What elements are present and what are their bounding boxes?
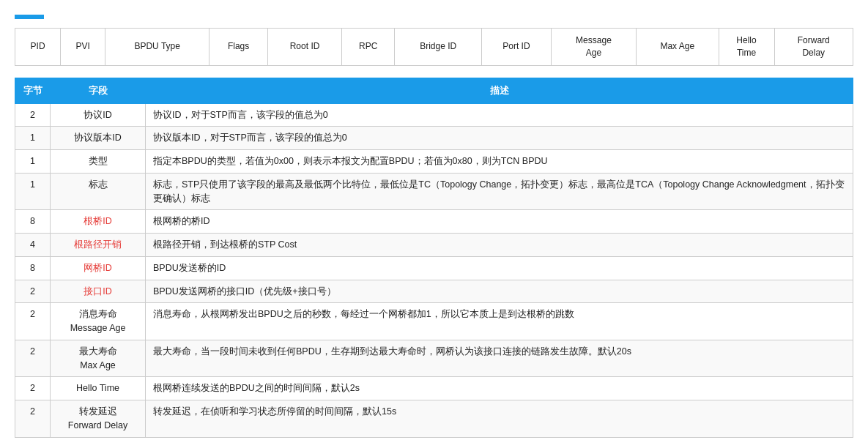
cell-desc-4: 根网桥的桥ID: [146, 210, 853, 234]
cell-field-10: Hello Time: [51, 377, 146, 400]
cell-byte-11: 2: [15, 400, 51, 438]
table-row: 4根路径开销根路径开销，到达根桥的STP Cost: [15, 234, 853, 257]
bpdu-col-8: MessageAge: [551, 29, 636, 66]
table-row: 2协议ID协议ID，对于STP而言，该字段的值总为0: [15, 103, 853, 127]
description-table: 字节字段描述 2协议ID协议ID，对于STP而言，该字段的值总为01协议版本ID…: [15, 78, 853, 438]
cell-desc-10: 根网桥连续发送的BPDU之间的时间间隔，默认2s: [146, 377, 853, 400]
cell-desc-6: BPDU发送桥的ID: [146, 256, 853, 280]
cell-desc-9: 最大寿命，当一段时间未收到任何BPDU，生存期到达最大寿命时，网桥认为该接口连接…: [146, 340, 853, 377]
desc-header-2: 描述: [146, 78, 853, 103]
bpdu-col-0: PID: [15, 29, 61, 66]
cell-byte-4: 8: [15, 210, 51, 234]
cell-field-4: 根桥ID: [51, 210, 146, 234]
cell-desc-1: 协议版本ID，对于STP而言，该字段的值总为0: [146, 127, 853, 150]
cell-field-7: 接口ID: [51, 280, 146, 303]
cell-desc-3: 标志，STP只使用了该字段的最高及最低两个比特位，最低位是TC（Topology…: [146, 173, 853, 210]
cell-byte-5: 4: [15, 234, 51, 257]
cell-field-5: 根路径开销: [51, 234, 146, 257]
bpdu-col-1: PVI: [61, 29, 105, 66]
cell-byte-1: 1: [15, 127, 51, 150]
table-row: 2转发延迟Forward Delay转发延迟，在侦听和学习状态所停留的时间间隔，…: [15, 400, 853, 438]
cell-byte-9: 2: [15, 340, 51, 377]
bpdu-col-11: ForwardDelay: [774, 29, 853, 66]
cell-desc-8: 消息寿命，从根网桥发出BPDU之后的秒数，每经过一个网桥都加1，所以它本质上是到…: [146, 303, 853, 340]
table-row: 1标志标志，STP只使用了该字段的最高及最低两个比特位，最低位是TC（Topol…: [15, 173, 853, 210]
desc-header-1: 字段: [51, 78, 146, 103]
cell-byte-2: 1: [15, 150, 51, 174]
table-row: 8网桥IDBPDU发送桥的ID: [15, 256, 853, 280]
cell-field-3: 标志: [51, 173, 146, 210]
bpdu-col-10: HelloTime: [719, 29, 774, 66]
table-row: 2消息寿命Message Age消息寿命，从根网桥发出BPDU之后的秒数，每经过…: [15, 303, 853, 340]
cell-byte-0: 2: [15, 103, 51, 127]
bpdu-col-6: Bridge ID: [395, 29, 482, 66]
cell-desc-0: 协议ID，对于STP而言，该字段的值总为0: [146, 103, 853, 127]
bpdu-col-7: Port ID: [482, 29, 552, 66]
table-row: 2接口IDBPDU发送网桥的接口ID（优先级+接口号）: [15, 280, 853, 303]
bpdu-col-9: Max Age: [637, 29, 719, 66]
cell-byte-3: 1: [15, 173, 51, 210]
table-row: 1类型指定本BPDU的类型，若值为0x00，则表示本报文为配置BPDU；若值为0…: [15, 150, 853, 174]
bpdu-col-3: Flags: [209, 29, 268, 66]
bpdu-col-5: RPC: [342, 29, 395, 66]
cell-field-0: 协议ID: [51, 103, 146, 127]
cell-field-2: 类型: [51, 150, 146, 174]
cell-desc-11: 转发延迟，在侦听和学习状态所停留的时间间隔，默认15s: [146, 400, 853, 438]
cell-byte-8: 2: [15, 303, 51, 340]
cell-byte-6: 8: [15, 256, 51, 280]
cell-field-8: 消息寿命Message Age: [51, 303, 146, 340]
cell-field-6: 网桥ID: [51, 256, 146, 280]
cell-desc-2: 指定本BPDU的类型，若值为0x00，则表示本报文为配置BPDU；若值为0x80…: [146, 150, 853, 174]
bpdu-col-4: Root ID: [268, 29, 342, 66]
table-row: 2Hello Time根网桥连续发送的BPDU之间的时间间隔，默认2s: [15, 377, 853, 400]
cell-desc-7: BPDU发送网桥的接口ID（优先级+接口号）: [146, 280, 853, 303]
bpdu-col-2: BPDU Type: [105, 29, 209, 66]
cell-byte-7: 2: [15, 280, 51, 303]
cell-field-1: 协议版本ID: [51, 127, 146, 150]
logo-bar: [15, 15, 44, 19]
table-row: 2最大寿命Max Age最大寿命，当一段时间未收到任何BPDU，生存期到达最大寿…: [15, 340, 853, 377]
table-row: 1协议版本ID协议版本ID，对于STP而言，该字段的值总为0: [15, 127, 853, 150]
cell-field-11: 转发延迟Forward Delay: [51, 400, 146, 438]
cell-byte-10: 2: [15, 377, 51, 400]
cell-desc-5: 根路径开销，到达根桥的STP Cost: [146, 234, 853, 257]
desc-header-0: 字节: [15, 78, 51, 103]
cell-field-9: 最大寿命Max Age: [51, 340, 146, 377]
bpdu-header-table: PIDPVIBPDU TypeFlagsRoot IDRPCBridge IDP…: [15, 28, 853, 66]
table-row: 8根桥ID根网桥的桥ID: [15, 210, 853, 234]
